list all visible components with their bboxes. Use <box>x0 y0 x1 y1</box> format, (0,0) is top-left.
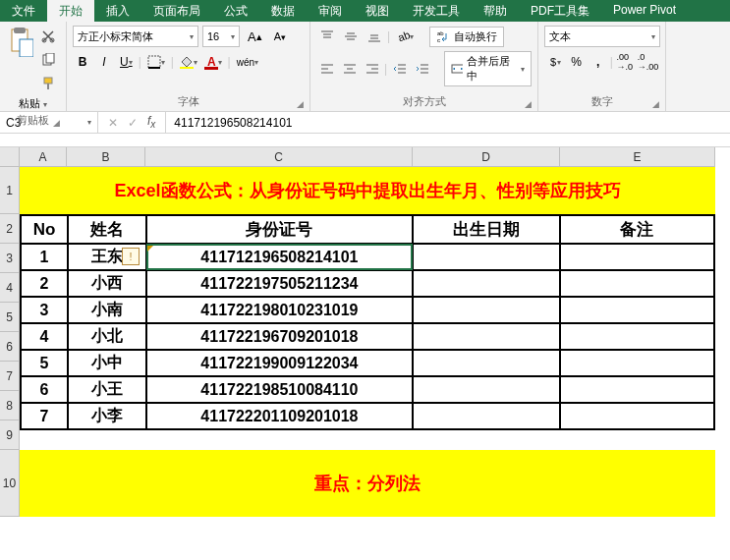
select-all-corner[interactable] <box>0 147 20 167</box>
menu-tab-1[interactable]: 开始 <box>47 0 94 22</box>
cell-birth[interactable] <box>413 270 559 297</box>
menu-tab-9[interactable]: 帮助 <box>472 0 519 22</box>
cell-id[interactable]: 411722196709201018 <box>146 323 414 350</box>
cell-name[interactable]: 小北 <box>68 323 146 350</box>
col-header-E[interactable]: E <box>560 147 715 167</box>
menu-tab-8[interactable]: 开发工具 <box>401 0 472 22</box>
align-left-button[interactable] <box>316 58 337 80</box>
enter-icon[interactable]: ✓ <box>128 116 138 130</box>
font-name-select[interactable]: 方正小标宋简体▾ <box>73 26 198 47</box>
col-header-B[interactable]: B <box>67 147 145 167</box>
table-header[interactable]: 备注 <box>560 215 714 244</box>
menu-tab-2[interactable]: 插入 <box>94 0 141 22</box>
grow-font-button[interactable]: A▴ <box>244 26 266 47</box>
table-header[interactable]: 身份证号 <box>146 215 414 244</box>
menu-tab-6[interactable]: 审阅 <box>307 0 354 22</box>
dialog-launcher-icon[interactable]: ◢ <box>53 118 60 128</box>
comma-button[interactable]: , <box>589 51 608 73</box>
row-header-7[interactable]: 7 <box>0 362 20 391</box>
bold-button[interactable]: B <box>73 51 92 73</box>
cell-name[interactable]: 小王 <box>68 376 146 403</box>
menu-tab-7[interactable]: 视图 <box>354 0 401 22</box>
row-header-3[interactable]: 3 <box>0 244 20 273</box>
col-header-A[interactable]: A <box>20 147 67 167</box>
row-header-6[interactable]: 6 <box>0 332 20 362</box>
cell-remark[interactable] <box>560 350 714 376</box>
align-top-button[interactable] <box>316 26 338 47</box>
row-header-10[interactable]: 10 <box>0 450 20 517</box>
dialog-launcher-icon[interactable]: ◢ <box>525 99 532 109</box>
menu-tab-3[interactable]: 页面布局 <box>141 0 212 22</box>
fill-color-button[interactable]: ▾ <box>176 51 201 73</box>
decrease-decimal-button[interactable]: .0→.00 <box>637 51 659 73</box>
cell-remark[interactable] <box>560 270 714 297</box>
cell-remark[interactable] <box>560 323 714 350</box>
menu-tab-10[interactable]: PDF工具集 <box>519 0 601 22</box>
format-painter-icon[interactable] <box>37 73 59 94</box>
table-header[interactable]: 姓名 <box>68 215 146 244</box>
increase-indent-button[interactable] <box>412 58 432 80</box>
font-size-select[interactable]: 16▾ <box>202 26 240 47</box>
row-header-9[interactable]: 9 <box>0 420 20 450</box>
cell-birth[interactable] <box>413 376 559 403</box>
cell-remark[interactable] <box>560 297 714 323</box>
currency-button[interactable]: $▾ <box>544 51 565 73</box>
align-middle-button[interactable] <box>340 26 362 47</box>
menu-tab-11[interactable]: Power Pivot <box>601 0 688 22</box>
cell-birth[interactable] <box>413 297 559 323</box>
cell-birth[interactable] <box>413 323 559 350</box>
orientation-button[interactable]: ab▾ <box>392 26 418 47</box>
cell-id[interactable]: 411722199009122034 <box>146 350 414 376</box>
error-indicator-icon[interactable] <box>147 246 153 252</box>
cell-id[interactable]: 411712196508214101 <box>146 244 414 270</box>
cell-birth[interactable] <box>413 403 559 429</box>
italic-button[interactable]: I <box>94 51 114 73</box>
cell-remark[interactable] <box>560 403 714 429</box>
cancel-icon[interactable]: ✕ <box>108 116 118 130</box>
cell-no[interactable]: 5 <box>21 350 68 376</box>
cell-name[interactable]: 小西 <box>68 270 146 297</box>
dialog-launcher-icon[interactable]: ◢ <box>652 99 659 109</box>
percent-button[interactable]: % <box>567 51 587 73</box>
row-header-4[interactable]: 4 <box>0 273 20 303</box>
table-header[interactable]: 出生日期 <box>413 215 559 244</box>
copy-icon[interactable] <box>37 49 59 71</box>
cell-no[interactable]: 4 <box>21 323 68 350</box>
table-header[interactable]: No <box>21 215 68 244</box>
increase-decimal-button[interactable]: .00→.0 <box>615 51 635 73</box>
paste-label[interactable]: 粘贴 ▾ <box>6 96 60 111</box>
row-header-8[interactable]: 8 <box>0 391 20 420</box>
cell-no[interactable]: 7 <box>21 403 68 429</box>
cell-id[interactable]: 411722197505211234 <box>146 270 414 297</box>
align-bottom-button[interactable] <box>364 26 385 47</box>
menu-tab-0[interactable]: 文件 <box>0 0 47 22</box>
formula-bar[interactable]: 411712196508214101 <box>166 112 730 133</box>
fx-icon[interactable]: fx <box>147 114 155 130</box>
border-button[interactable]: ▾ <box>143 51 169 73</box>
cell-remark[interactable] <box>560 244 714 270</box>
cell-id[interactable]: 411722198010231019 <box>146 297 414 323</box>
cell-no[interactable]: 3 <box>21 297 68 323</box>
cell-no[interactable]: 6 <box>21 376 68 403</box>
cell-name[interactable]: 小李 <box>68 403 146 429</box>
cut-icon[interactable] <box>37 26 59 47</box>
cell-name[interactable]: 小中 <box>68 350 146 376</box>
paste-icon[interactable] <box>6 26 33 94</box>
menu-tab-4[interactable]: 公式 <box>212 0 259 22</box>
error-smart-tag-icon[interactable]: ! <box>122 248 140 265</box>
cell-name[interactable]: 小南 <box>68 297 146 323</box>
merge-center-button[interactable]: 合并后居中 ▾ <box>444 51 532 86</box>
cell-id[interactable]: 411722201109201018 <box>146 403 414 429</box>
dialog-launcher-icon[interactable]: ◢ <box>297 99 304 109</box>
cell-remark[interactable] <box>560 376 714 403</box>
align-center-button[interactable] <box>339 58 360 80</box>
underline-button[interactable]: U ▾ <box>116 51 137 73</box>
col-header-C[interactable]: C <box>145 147 413 167</box>
cell-no[interactable]: 2 <box>21 270 68 297</box>
cell-no[interactable]: 1 <box>21 244 68 270</box>
decrease-indent-button[interactable] <box>389 58 410 80</box>
cell-birth[interactable] <box>413 350 559 376</box>
wrap-text-button[interactable]: abc自动换行 <box>429 27 504 47</box>
menu-tab-5[interactable]: 数据 <box>259 0 307 22</box>
row-header-5[interactable]: 5 <box>0 303 20 332</box>
